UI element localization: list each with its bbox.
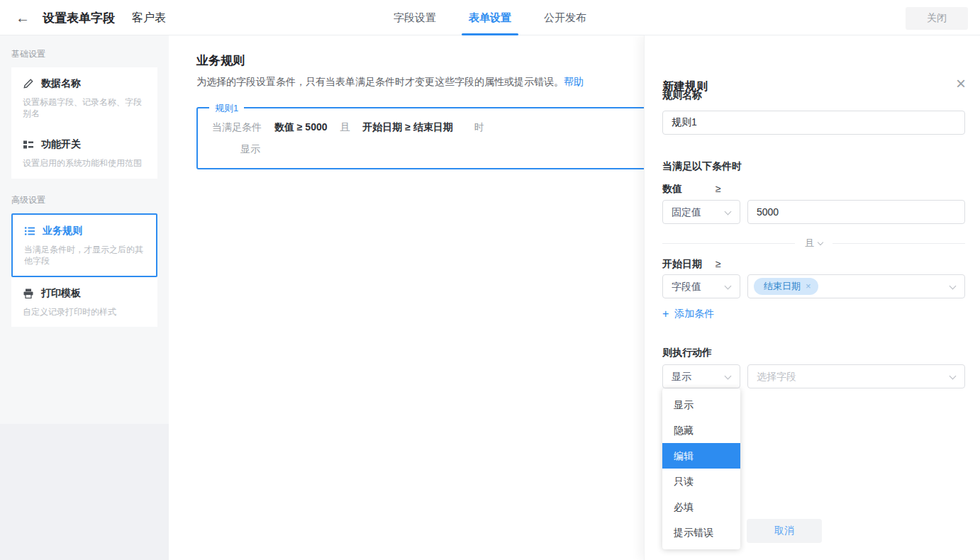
chevron-down-icon: [725, 208, 732, 215]
chevron-down-icon: [725, 373, 732, 380]
sidebar-item-desc: 设置启用的系统功能和使用范围: [23, 157, 146, 169]
sidebar-item-label: 功能开关: [41, 138, 81, 151]
printer-icon: [23, 288, 34, 299]
advanced-settings-group: 业务规则 当满足条件时，才显示之后的其他字段 打印模板 自定义记录打印时的样式: [11, 213, 157, 327]
divider-line: [662, 243, 795, 244]
rule-action: 显示: [240, 143, 679, 156]
dropdown-option-hide[interactable]: 隐藏: [662, 418, 740, 443]
plus-icon: +: [662, 308, 669, 320]
dropdown-option-show[interactable]: 显示: [662, 392, 740, 418]
close-icon[interactable]: ×: [956, 75, 966, 92]
and-label: 且: [805, 237, 814, 250]
dropdown-option-edit[interactable]: 编辑: [662, 443, 740, 469]
divider-line: [833, 243, 965, 244]
condition2-operator: ≥: [715, 258, 721, 269]
switch-icon: [23, 139, 34, 150]
condition1-type-value: 固定值: [672, 206, 701, 218]
dropdown-option-required[interactable]: 必填: [662, 494, 740, 520]
rule-condition-2: 开始日期 ≥ 结束日期: [362, 121, 452, 133]
sidebar-item-label: 业务规则: [43, 225, 82, 237]
new-rule-panel: 新建规则 × 规则名称 当满足以下条件时 数值 ≥ 固定值 且 开始日期 ≥ 字…: [644, 35, 980, 560]
rule-when-prefix: 当满足条件: [212, 121, 262, 133]
condition2-type-select[interactable]: 字段值: [662, 274, 740, 298]
description-text: 为选择的字段设置条件，只有当表单满足条件时才变更这些字段的属性或提示错误。: [196, 76, 564, 87]
sidebar-item-business-rules[interactable]: 业务规则 当满足条件时，才显示之后的其他字段: [11, 213, 157, 277]
dropdown-option-readonly[interactable]: 只读: [662, 469, 740, 494]
condition1-field-label: 数值: [662, 183, 682, 196]
and-connector[interactable]: 且: [662, 237, 965, 250]
conditions-title: 当满足以下条件时: [662, 160, 742, 173]
action-select-value: 显示: [672, 371, 691, 382]
tab-public-publish[interactable]: 公开发布: [537, 0, 594, 35]
rule-name-label: 规则名称: [662, 89, 702, 102]
sidebar-item-label: 数据名称: [41, 77, 81, 90]
field-select-placeholder: 选择字段: [757, 371, 796, 382]
chevron-down-icon: [950, 283, 957, 290]
dropdown-option-error[interactable]: 提示错误: [662, 520, 740, 545]
chevron-down-icon: [725, 283, 732, 290]
condition2-value-select[interactable]: 结束日期 ×: [747, 274, 965, 298]
tab-form-settings[interactable]: 表单设置: [462, 0, 518, 35]
rule-name-input[interactable]: [662, 111, 965, 135]
action-select[interactable]: 显示: [662, 364, 740, 388]
sidebar-item-print-template[interactable]: 打印模板 自定义记录打印时的样式: [11, 277, 157, 327]
sidebar-item-desc: 设置标题字段、记录名称、字段别名: [23, 96, 146, 119]
header-left: ← 设置表单字段 客户表: [16, 0, 166, 35]
sidebar: 基础设置 数据名称 设置标题字段、记录名称、字段别名: [0, 35, 169, 560]
page-title: 设置表单字段: [43, 10, 115, 26]
field-tag: 结束日期 ×: [754, 278, 818, 295]
chevron-down-icon: [818, 240, 823, 245]
section-title-basic: 基础设置: [11, 48, 157, 60]
help-link[interactable]: 帮助: [564, 76, 584, 87]
top-header: ← 设置表单字段 客户表 字段设置 表单设置 公开发布 关闭: [0, 0, 980, 35]
form-name: 客户表: [132, 11, 166, 26]
tag-remove-icon[interactable]: ×: [806, 278, 811, 295]
condition1-value-input[interactable]: [747, 200, 965, 224]
sidebar-item-label: 打印模板: [41, 287, 81, 300]
rule-card[interactable]: 规则1 当满足条件 数值 ≥ 5000 且 开始日期 ≥ 结束日期 时 显示: [196, 107, 680, 169]
pencil-icon: [23, 78, 34, 89]
back-icon[interactable]: ←: [16, 11, 30, 25]
condition1-operator: ≥: [715, 183, 721, 194]
chevron-down-icon: [950, 373, 957, 380]
add-condition-label: 添加条件: [674, 308, 714, 320]
list-icon: [24, 225, 35, 237]
sidebar-item-desc: 当满足条件时，才显示之后的其他字段: [24, 244, 145, 267]
action-title: 则执行动作: [662, 347, 712, 359]
condition2-type-value: 字段值: [672, 281, 701, 292]
close-button[interactable]: 关闭: [906, 7, 968, 30]
rule-card-legend: 规则1: [209, 102, 244, 115]
condition2-field-label: 开始日期: [662, 258, 702, 271]
rule-condition-line: 当满足条件 数值 ≥ 5000 且 开始日期 ≥ 结束日期 时: [212, 121, 679, 134]
rule-when-suffix: 时: [474, 121, 484, 133]
field-select[interactable]: 选择字段: [747, 364, 965, 388]
basic-settings-group: 数据名称 设置标题字段、记录名称、字段别名 功能开关 设置启用的系统功能和使用范…: [11, 67, 157, 179]
field-tag-label: 结束日期: [764, 278, 801, 295]
tab-field-settings[interactable]: 字段设置: [386, 0, 443, 35]
app-window: ← 设置表单字段 客户表 字段设置 表单设置 公开发布 关闭 基础设置 数据名称: [0, 0, 980, 560]
section-title-advanced: 高级设置: [11, 194, 157, 206]
sidebar-item-feature-switch[interactable]: 功能开关 设置启用的系统功能和使用范围: [11, 128, 157, 178]
sidebar-item-desc: 自定义记录打印时的样式: [23, 306, 146, 318]
header-tabs: 字段设置 表单设置 公开发布: [377, 0, 603, 35]
condition1-type-select[interactable]: 固定值: [662, 200, 740, 224]
action-dropdown-menu: 显示 隐藏 编辑 只读 必填 提示错误: [662, 388, 740, 549]
rule-condition-1: 数值 ≥ 5000: [274, 121, 328, 133]
add-condition-link[interactable]: + 添加条件: [662, 308, 714, 320]
rule-connector: 且: [340, 121, 350, 133]
sidebar-item-data-name[interactable]: 数据名称 设置标题字段、记录名称、字段别名: [11, 67, 157, 128]
cancel-button[interactable]: 取消: [747, 519, 822, 543]
